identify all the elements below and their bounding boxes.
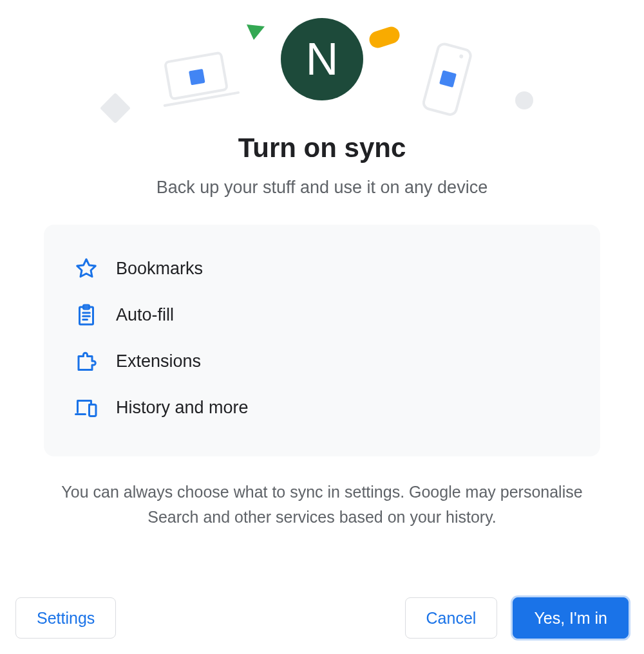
sync-item-extensions: Extensions: [75, 338, 569, 384]
hero-illustration: N: [0, 0, 644, 116]
page-title: Turn on sync: [0, 133, 644, 164]
decor-diamond-icon: [100, 93, 131, 124]
disclaimer-text: You can always choose what to sync in se…: [46, 480, 598, 530]
decor-phone-icon: [421, 41, 472, 124]
sync-item-label: Auto-fill: [116, 305, 174, 325]
decor-pill-icon: [367, 24, 402, 50]
star-icon: [75, 257, 98, 280]
settings-button[interactable]: Settings: [15, 597, 116, 639]
sync-item-label: Extensions: [116, 351, 201, 371]
svg-rect-1: [189, 69, 205, 85]
dialog-footer: Settings Cancel Yes, I'm in: [15, 597, 629, 639]
svg-rect-11: [90, 405, 97, 416]
confirm-button[interactable]: Yes, I'm in: [513, 597, 629, 639]
sync-items-card: Bookmarks Auto-fill Extensions: [44, 225, 600, 456]
decor-dot-icon: [515, 91, 533, 109]
avatar: N: [281, 18, 363, 100]
cancel-button[interactable]: Cancel: [405, 597, 498, 639]
decor-laptop-icon: [155, 49, 245, 113]
decor-triangle-icon: [245, 23, 267, 42]
svg-point-4: [459, 54, 464, 59]
sync-item-label: Bookmarks: [116, 259, 203, 279]
page-subtitle: Back up your stuff and use it on any dev…: [0, 178, 644, 198]
puzzle-icon: [75, 350, 98, 373]
sync-item-bookmarks: Bookmarks: [75, 245, 569, 292]
sync-item-history: History and more: [75, 384, 569, 431]
sync-item-label: History and more: [116, 398, 249, 418]
svg-rect-5: [439, 70, 457, 88]
clipboard-icon: [75, 303, 98, 326]
devices-icon: [75, 396, 98, 419]
sync-item-autofill: Auto-fill: [75, 292, 569, 338]
avatar-initial: N: [306, 37, 339, 82]
